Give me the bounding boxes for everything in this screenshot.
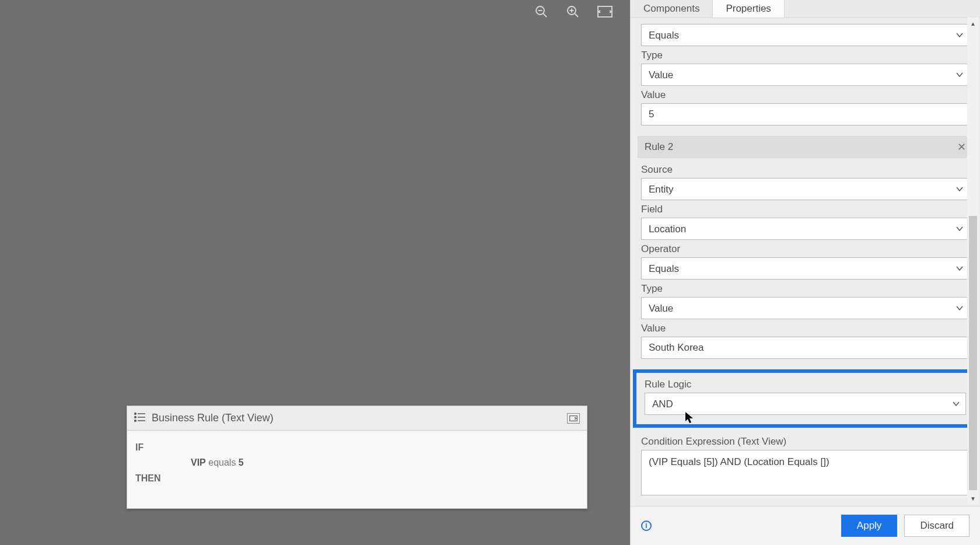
- list-icon: [134, 413, 146, 424]
- rule2-source-select[interactable]: Entity: [641, 178, 970, 200]
- rule1-type-select[interactable]: Value: [641, 64, 970, 86]
- text-view-header: Business Rule (Text View): [127, 406, 587, 431]
- rule2-type-select[interactable]: Value: [641, 297, 970, 319]
- svg-line-4: [575, 14, 579, 18]
- rule2-source-group: Source Entity: [641, 164, 970, 200]
- cond-field: VIP: [191, 457, 206, 467]
- scroll-up-icon[interactable]: ▲: [967, 18, 979, 29]
- fit-screen-icon[interactable]: [597, 6, 612, 18]
- rule1-type-label: Type: [641, 50, 970, 61]
- tab-components[interactable]: Components: [631, 0, 713, 18]
- scrollbar-vertical[interactable]: ▲ ▼: [967, 18, 979, 504]
- rule2-type-label: Type: [641, 283, 970, 295]
- tab-properties[interactable]: Properties: [713, 0, 784, 18]
- svg-point-12: [135, 416, 136, 418]
- rule2-operator-select[interactable]: Equals: [641, 257, 970, 280]
- panel-tabs: Components Properties: [631, 0, 980, 18]
- rule2-field-group: Field Location: [641, 204, 970, 240]
- apply-button[interactable]: Apply: [841, 515, 898, 537]
- svg-point-11: [135, 413, 136, 414]
- rule2-source-label: Source: [641, 164, 970, 176]
- panel-footer: i Apply Discard: [631, 506, 980, 545]
- info-icon[interactable]: i: [641, 520, 652, 531]
- svg-rect-7: [598, 6, 612, 17]
- collapse-icon[interactable]: [567, 413, 580, 424]
- if-condition: VIP equals 5: [191, 456, 579, 469]
- text-view-body: IF VIP equals 5 THEN: [127, 431, 587, 508]
- rule1-value-input[interactable]: [641, 103, 970, 125]
- discard-button[interactable]: Discard: [904, 515, 970, 537]
- rule1-operator-select[interactable]: Equals: [641, 24, 970, 46]
- rule1-type-group: Type Value: [641, 50, 970, 86]
- rule1-operator-group: Equals: [641, 24, 970, 46]
- canvas-area[interactable]: Business Rule (Text View) IF VIP equals …: [0, 0, 630, 545]
- rule2-value-group: Value: [641, 323, 970, 359]
- panel-scroll-area[interactable]: Equals Type Value Value Rule 2 ✕ Source …: [631, 18, 980, 506]
- rule2-type-group: Type Value: [641, 283, 970, 319]
- rule2-title: Rule 2: [645, 141, 673, 153]
- business-rule-text-view-card: Business Rule (Text View) IF VIP equals …: [127, 406, 587, 509]
- cond-operator: equals: [208, 457, 236, 467]
- then-keyword: THEN: [135, 472, 579, 485]
- text-view-title: Business Rule (Text View): [152, 412, 567, 424]
- rule2-field-select[interactable]: Location: [641, 218, 970, 240]
- rule2-field-label: Field: [641, 204, 970, 215]
- zoom-out-icon[interactable]: [534, 5, 548, 19]
- rule1-value-label: Value: [641, 89, 970, 101]
- rule2-operator-label: Operator: [641, 243, 970, 255]
- if-keyword: IF: [135, 441, 579, 454]
- rule2-operator-group: Operator Equals: [641, 243, 970, 280]
- zoom-in-icon[interactable]: [566, 5, 580, 19]
- close-icon[interactable]: ✕: [957, 141, 966, 153]
- rule2-value-input[interactable]: [641, 337, 970, 359]
- canvas-toolbar: [534, 5, 612, 19]
- rule1-value-group: Value: [641, 89, 970, 125]
- svg-line-1: [544, 14, 547, 18]
- condition-expression-label: Condition Expression (Text View): [641, 436, 970, 448]
- scroll-thumb[interactable]: [969, 216, 977, 490]
- properties-panel: Components Properties Equals Type Value …: [630, 0, 980, 545]
- svg-point-13: [135, 420, 136, 421]
- scroll-down-icon[interactable]: ▼: [967, 492, 979, 504]
- rule2-value-label: Value: [641, 323, 970, 334]
- rule2-header: Rule 2 ✕: [638, 136, 973, 158]
- rule-logic-select[interactable]: AND: [645, 393, 966, 415]
- condition-expression-group: Condition Expression (Text View) (VIP Eq…: [641, 436, 970, 498]
- cond-value: 5: [239, 457, 244, 467]
- rule-logic-highlight: Rule Logic AND: [633, 369, 978, 428]
- rule-logic-label: Rule Logic: [645, 379, 966, 390]
- condition-expression-text: (VIP Equals [5]) AND (Location Equals []…: [641, 450, 970, 495]
